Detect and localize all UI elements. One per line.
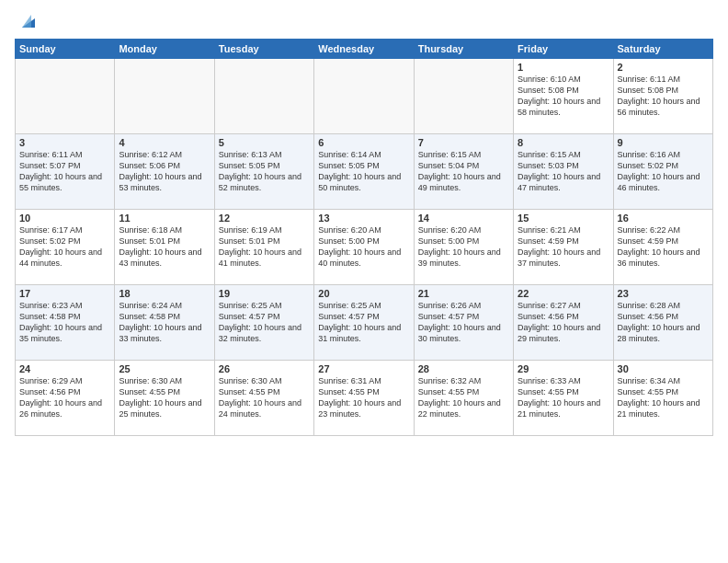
- page-header: [15, 11, 713, 31]
- day-number: 30: [618, 363, 709, 374]
- table-row: 17Sunrise: 6:23 AM Sunset: 4:58 PM Dayli…: [16, 285, 115, 361]
- table-row: 27Sunrise: 6:31 AM Sunset: 4:55 PM Dayli…: [314, 361, 414, 436]
- calendar-week-5: 24Sunrise: 6:29 AM Sunset: 4:56 PM Dayli…: [16, 361, 713, 436]
- day-info: Sunrise: 6:34 AM Sunset: 4:55 PM Dayligh…: [618, 375, 709, 420]
- day-number: 20: [318, 288, 409, 299]
- table-row: 12Sunrise: 6:19 AM Sunset: 5:01 PM Dayli…: [214, 210, 313, 285]
- table-row: 1Sunrise: 6:10 AM Sunset: 5:08 PM Daylig…: [514, 59, 613, 134]
- day-info: Sunrise: 6:15 AM Sunset: 5:03 PM Dayligh…: [518, 149, 609, 194]
- day-info: Sunrise: 6:13 AM Sunset: 5:05 PM Dayligh…: [219, 149, 310, 194]
- table-row: 23Sunrise: 6:28 AM Sunset: 4:56 PM Dayli…: [613, 285, 712, 361]
- day-info: Sunrise: 6:18 AM Sunset: 5:01 PM Dayligh…: [119, 224, 210, 270]
- table-row: [314, 59, 414, 134]
- table-row: 22Sunrise: 6:27 AM Sunset: 4:56 PM Dayli…: [514, 285, 613, 361]
- day-info: Sunrise: 6:27 AM Sunset: 4:56 PM Dayligh…: [518, 300, 609, 345]
- calendar-header-row: SundayMondayTuesdayWednesdayThursdayFrid…: [16, 40, 713, 59]
- table-row: 13Sunrise: 6:20 AM Sunset: 5:00 PM Dayli…: [314, 210, 414, 285]
- table-row: 30Sunrise: 6:34 AM Sunset: 4:55 PM Dayli…: [613, 361, 712, 436]
- table-row: 15Sunrise: 6:21 AM Sunset: 4:59 PM Dayli…: [514, 210, 613, 285]
- day-info: Sunrise: 6:25 AM Sunset: 4:57 PM Dayligh…: [219, 300, 310, 345]
- day-info: Sunrise: 6:33 AM Sunset: 4:55 PM Dayligh…: [518, 375, 609, 420]
- table-row: 2Sunrise: 6:11 AM Sunset: 5:08 PM Daylig…: [613, 59, 712, 134]
- day-info: Sunrise: 6:14 AM Sunset: 5:05 PM Dayligh…: [318, 149, 409, 194]
- calendar-header-wednesday: Wednesday: [314, 40, 414, 59]
- day-number: 19: [219, 288, 310, 299]
- table-row: 26Sunrise: 6:30 AM Sunset: 4:55 PM Dayli…: [214, 361, 313, 436]
- day-number: 27: [318, 363, 409, 374]
- day-number: 2: [618, 62, 709, 73]
- day-number: 21: [418, 288, 509, 299]
- day-info: Sunrise: 6:30 AM Sunset: 4:55 PM Dayligh…: [119, 375, 210, 420]
- day-number: 28: [418, 363, 509, 374]
- calendar-header-thursday: Thursday: [414, 40, 513, 59]
- day-number: 7: [418, 137, 509, 148]
- table-row: 7Sunrise: 6:15 AM Sunset: 5:04 PM Daylig…: [414, 134, 513, 210]
- table-row: 4Sunrise: 6:12 AM Sunset: 5:06 PM Daylig…: [115, 134, 214, 210]
- day-number: 26: [219, 363, 310, 374]
- day-number: 18: [119, 288, 210, 299]
- day-info: Sunrise: 6:10 AM Sunset: 5:08 PM Dayligh…: [518, 74, 609, 119]
- table-row: 3Sunrise: 6:11 AM Sunset: 5:07 PM Daylig…: [16, 134, 115, 210]
- table-row: 6Sunrise: 6:14 AM Sunset: 5:05 PM Daylig…: [314, 134, 414, 210]
- day-number: 16: [618, 213, 709, 224]
- day-number: 8: [518, 137, 609, 148]
- day-info: Sunrise: 6:31 AM Sunset: 4:55 PM Dayligh…: [318, 375, 409, 420]
- table-row: 29Sunrise: 6:33 AM Sunset: 4:55 PM Dayli…: [514, 361, 613, 436]
- day-number: 11: [119, 213, 210, 224]
- page-container: SundayMondayTuesdayWednesdayThursdayFrid…: [0, 0, 728, 563]
- day-number: 5: [219, 137, 310, 148]
- table-row: 21Sunrise: 6:26 AM Sunset: 4:57 PM Dayli…: [414, 285, 513, 361]
- day-info: Sunrise: 6:11 AM Sunset: 5:07 PM Dayligh…: [19, 149, 110, 194]
- day-number: 1: [518, 62, 609, 73]
- day-info: Sunrise: 6:12 AM Sunset: 5:06 PM Dayligh…: [119, 149, 210, 194]
- table-row: 20Sunrise: 6:25 AM Sunset: 4:57 PM Dayli…: [314, 285, 414, 361]
- table-row: [414, 59, 513, 134]
- day-number: 24: [19, 363, 110, 374]
- day-number: 25: [119, 363, 210, 374]
- table-row: 9Sunrise: 6:16 AM Sunset: 5:02 PM Daylig…: [613, 134, 712, 210]
- day-info: Sunrise: 6:15 AM Sunset: 5:04 PM Dayligh…: [418, 149, 509, 194]
- table-row: 14Sunrise: 6:20 AM Sunset: 5:00 PM Dayli…: [414, 210, 513, 285]
- table-row: 16Sunrise: 6:22 AM Sunset: 4:59 PM Dayli…: [613, 210, 712, 285]
- day-number: 12: [219, 213, 310, 224]
- day-info: Sunrise: 6:26 AM Sunset: 4:57 PM Dayligh…: [418, 300, 509, 345]
- day-info: Sunrise: 6:28 AM Sunset: 4:56 PM Dayligh…: [618, 300, 709, 345]
- table-row: 25Sunrise: 6:30 AM Sunset: 4:55 PM Dayli…: [115, 361, 214, 436]
- day-info: Sunrise: 6:20 AM Sunset: 5:00 PM Dayligh…: [418, 224, 509, 270]
- calendar-week-1: 1Sunrise: 6:10 AM Sunset: 5:08 PM Daylig…: [16, 59, 713, 134]
- day-info: Sunrise: 6:16 AM Sunset: 5:02 PM Dayligh…: [618, 149, 709, 194]
- day-info: Sunrise: 6:32 AM Sunset: 4:55 PM Dayligh…: [418, 375, 509, 420]
- day-number: 14: [418, 213, 509, 224]
- calendar-header-friday: Friday: [514, 40, 613, 59]
- day-info: Sunrise: 6:30 AM Sunset: 4:55 PM Dayligh…: [219, 375, 310, 420]
- svg-marker-1: [22, 15, 31, 28]
- day-number: 4: [119, 137, 210, 148]
- table-row: 24Sunrise: 6:29 AM Sunset: 4:56 PM Dayli…: [16, 361, 115, 436]
- day-info: Sunrise: 6:22 AM Sunset: 4:59 PM Dayligh…: [618, 224, 709, 270]
- calendar-header-monday: Monday: [115, 40, 214, 59]
- day-number: 22: [518, 288, 609, 299]
- day-info: Sunrise: 6:11 AM Sunset: 5:08 PM Dayligh…: [618, 74, 709, 119]
- table-row: 5Sunrise: 6:13 AM Sunset: 5:05 PM Daylig…: [214, 134, 313, 210]
- day-info: Sunrise: 6:25 AM Sunset: 4:57 PM Dayligh…: [318, 300, 409, 345]
- calendar-header-tuesday: Tuesday: [214, 40, 313, 59]
- logo-icon: [18, 11, 39, 31]
- calendar-week-2: 3Sunrise: 6:11 AM Sunset: 5:07 PM Daylig…: [16, 134, 713, 210]
- day-info: Sunrise: 6:24 AM Sunset: 4:58 PM Dayligh…: [119, 300, 210, 345]
- calendar-week-4: 17Sunrise: 6:23 AM Sunset: 4:58 PM Dayli…: [16, 285, 713, 361]
- day-number: 13: [318, 213, 409, 224]
- table-row: 10Sunrise: 6:17 AM Sunset: 5:02 PM Dayli…: [16, 210, 115, 285]
- day-number: 9: [618, 137, 709, 148]
- day-info: Sunrise: 6:20 AM Sunset: 5:00 PM Dayligh…: [318, 224, 409, 270]
- calendar-table: SundayMondayTuesdayWednesdayThursdayFrid…: [15, 39, 713, 436]
- day-number: 3: [19, 137, 110, 148]
- day-info: Sunrise: 6:19 AM Sunset: 5:01 PM Dayligh…: [219, 224, 310, 270]
- day-info: Sunrise: 6:23 AM Sunset: 4:58 PM Dayligh…: [19, 300, 110, 345]
- table-row: 28Sunrise: 6:32 AM Sunset: 4:55 PM Dayli…: [414, 361, 513, 436]
- calendar-header-sunday: Sunday: [16, 40, 115, 59]
- day-info: Sunrise: 6:29 AM Sunset: 4:56 PM Dayligh…: [19, 375, 110, 420]
- table-row: [115, 59, 214, 134]
- day-number: 23: [618, 288, 709, 299]
- table-row: 8Sunrise: 6:15 AM Sunset: 5:03 PM Daylig…: [514, 134, 613, 210]
- day-number: 15: [518, 213, 609, 224]
